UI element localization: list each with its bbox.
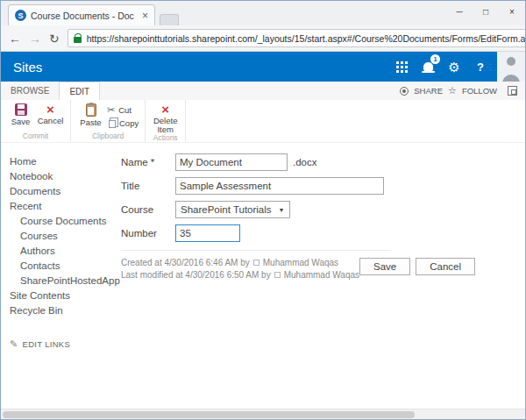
- tab-edit[interactable]: EDIT: [59, 82, 100, 100]
- user-avatar[interactable]: [497, 52, 525, 82]
- ribbon-tab-row: BROWSE EDIT SHARE ☆ FOLLOW: [1, 82, 525, 100]
- sidebar-item-sharepointhostedapp[interactable]: SharePointHostedApp: [10, 273, 122, 288]
- suite-bar: Sites 1 ⚙ ?: [1, 52, 525, 82]
- number-input[interactable]: [175, 224, 240, 242]
- sidebar-item-recent[interactable]: Recent: [10, 198, 122, 213]
- sidebar-item-course-documents[interactable]: Course Documents: [10, 213, 122, 228]
- app-launcher-icon: [396, 61, 408, 73]
- save-icon: [15, 103, 27, 116]
- window-controls: ─ □ ×: [446, 1, 525, 22]
- sharepoint-favicon-icon: S: [15, 10, 26, 21]
- sidebar-item-documents[interactable]: Documents: [10, 183, 122, 198]
- presence-icon: [253, 260, 259, 266]
- horizontal-scrollbar[interactable]: [1, 409, 525, 419]
- copy-icon: [109, 120, 116, 128]
- page-content: Home Notebook Documents Recent Course Do…: [1, 143, 525, 409]
- focus-on-content-icon[interactable]: [508, 86, 517, 96]
- presence-icon: [274, 272, 281, 278]
- save-button[interactable]: Save: [7, 102, 34, 126]
- help-button[interactable]: ?: [467, 52, 494, 82]
- name-field-label: Name *: [121, 157, 175, 167]
- cancel-label: Cancel: [38, 117, 64, 125]
- tab-browse[interactable]: BROWSE: [1, 82, 59, 100]
- ribbon-toolbar: Save × Cancel Commit Paste ✂ Cut: [1, 100, 525, 143]
- modified-by-name[interactable]: Muhammad Waqas: [284, 270, 359, 280]
- modified-text: Last modified at 4/30/2016 6:50 AM by: [121, 270, 271, 280]
- sidebar-item-authors[interactable]: Authors: [10, 243, 122, 258]
- url-text: https://sharepointtutorials.sharepoint.c…: [87, 33, 526, 44]
- form-cancel-button[interactable]: Cancel: [416, 258, 475, 275]
- refresh-button[interactable]: ↻: [49, 32, 60, 45]
- cut-button[interactable]: ✂ Cut: [107, 105, 139, 115]
- form-buttons: Save Cancel: [359, 258, 475, 275]
- sidebar-item-notebook[interactable]: Notebook: [10, 168, 122, 183]
- course-field-label: Course: [121, 204, 175, 215]
- delete-item-button[interactable]: × Delete Item: [152, 102, 179, 133]
- cut-icon: ✂: [107, 105, 115, 115]
- close-button[interactable]: ×: [499, 1, 525, 22]
- ribbon-right-actions: SHARE ☆ FOLLOW: [400, 82, 525, 100]
- name-input[interactable]: [175, 153, 288, 171]
- item-metadata: Created at 4/30/2016 6:46 AM by Muhammad…: [121, 258, 359, 282]
- settings-button[interactable]: ⚙: [441, 52, 467, 82]
- notifications-button[interactable]: 1: [415, 52, 441, 82]
- form-save-button[interactable]: Save: [359, 258, 410, 275]
- cancel-button[interactable]: × Cancel: [37, 102, 64, 125]
- edit-form: Name * .docx Title Course SharePoint Tut…: [121, 153, 407, 282]
- forward-button[interactable]: →: [29, 32, 41, 45]
- browser-toolbar: ← → ↻ https://sharepointtutorials.sharep…: [1, 25, 525, 52]
- sidebar-item-home[interactable]: Home: [10, 153, 122, 168]
- address-bar[interactable]: https://sharepointtutorials.sharepoint.c…: [68, 29, 526, 47]
- bell-icon: [423, 62, 433, 71]
- app-launcher-button[interactable]: [388, 52, 415, 82]
- tab-close-icon[interactable]: ×: [142, 11, 148, 20]
- maximize-button[interactable]: □: [473, 1, 499, 22]
- created-by-name[interactable]: Muhammad Waqas: [263, 258, 338, 267]
- secure-lock-icon: [74, 37, 82, 43]
- save-label: Save: [11, 117, 31, 126]
- help-icon: ?: [477, 61, 484, 74]
- sidebar-item-recycle-bin[interactable]: Recycle Bin: [10, 303, 122, 317]
- title-field-label: Title: [121, 181, 175, 191]
- group-label-commit: Commit: [7, 132, 64, 142]
- share-icon: [400, 87, 409, 96]
- course-select[interactable]: SharePoint Tutorials ▼: [175, 201, 290, 218]
- ribbon-group-commit: Save × Cancel Commit: [1, 100, 71, 142]
- copy-button[interactable]: Copy: [107, 118, 139, 128]
- notification-badge: 1: [430, 54, 440, 64]
- paste-button[interactable]: Paste: [77, 102, 104, 127]
- sidebar-item-site-contents[interactable]: Site Contents: [10, 288, 122, 303]
- cancel-icon: ×: [46, 103, 54, 115]
- sidebar-item-courses[interactable]: Courses: [10, 228, 122, 243]
- follow-star-icon: ☆: [448, 85, 457, 96]
- gear-icon: ⚙: [448, 61, 459, 74]
- suite-bar-actions: 1 ⚙ ?: [388, 52, 525, 82]
- chevron-down-icon: ▼: [279, 207, 285, 213]
- delete-item-label: Delete Item: [152, 117, 179, 133]
- follow-button[interactable]: FOLLOW: [462, 86, 497, 96]
- title-input[interactable]: [175, 177, 384, 195]
- name-extension-suffix: .docx: [293, 157, 317, 167]
- minimize-button[interactable]: ─: [446, 1, 473, 22]
- back-button[interactable]: ←: [9, 32, 21, 45]
- ribbon-group-actions: × Delete Item Actions: [146, 100, 186, 142]
- paste-icon: [86, 103, 96, 117]
- sidebar-item-contacts[interactable]: Contacts: [10, 258, 122, 273]
- delete-icon: ×: [161, 103, 169, 115]
- number-field-label: Number: [121, 228, 175, 238]
- tab-title: Course Documents - Doc: [31, 11, 138, 21]
- cut-label: Cut: [118, 105, 132, 115]
- tab-strip: S Course Documents - Doc × ─ □ ×: [1, 1, 525, 25]
- group-label-clipboard: Clipboard: [77, 132, 139, 142]
- quick-launch-nav: Home Notebook Documents Recent Course Do…: [1, 153, 122, 350]
- copy-label: Copy: [119, 118, 139, 128]
- sites-title[interactable]: Sites: [13, 60, 42, 75]
- pencil-icon: ✎: [10, 338, 18, 350]
- new-tab-button[interactable]: [160, 14, 179, 25]
- scrollbar-thumb[interactable]: [3, 411, 415, 418]
- browser-tab[interactable]: S Course Documents - Doc ×: [8, 4, 155, 25]
- course-selected-value: SharePoint Tutorials: [181, 204, 272, 215]
- share-button[interactable]: SHARE: [414, 86, 443, 96]
- edit-links-button[interactable]: ✎ EDIT LINKS: [10, 338, 122, 350]
- edit-links-label: EDIT LINKS: [23, 339, 71, 349]
